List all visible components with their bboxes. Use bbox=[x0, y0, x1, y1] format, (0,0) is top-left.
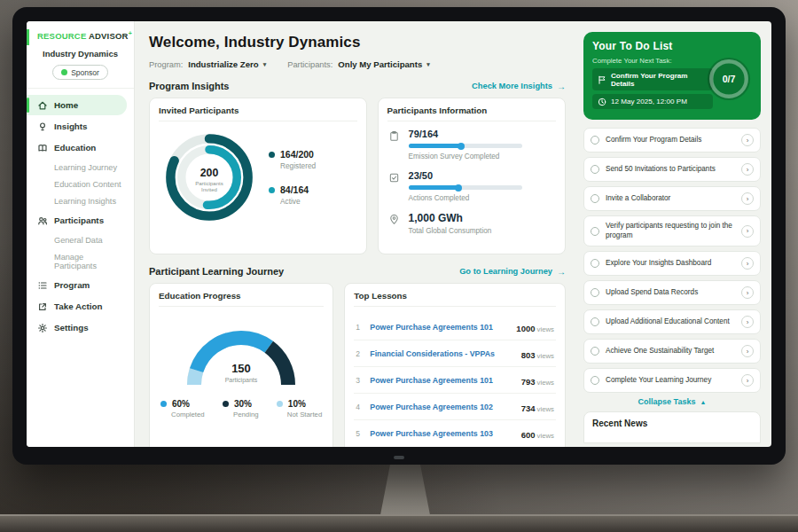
todo-next-task[interactable]: Confirm Your Program Details bbox=[592, 68, 713, 90]
sidebar-item-program[interactable]: Program bbox=[27, 275, 127, 295]
task-checkbox[interactable] bbox=[591, 259, 599, 268]
svg-text:0/7: 0/7 bbox=[723, 74, 736, 84]
learning-journey-header: Participant Learning Journey Go to Learn… bbox=[149, 266, 566, 277]
metric-global-consumption: 1,000 GWh Total Global Consumption bbox=[387, 212, 556, 235]
task-row-upload-spend-data[interactable]: Upload Spend Data Records › bbox=[583, 280, 761, 305]
task-chevron-icon[interactable]: › bbox=[741, 316, 754, 328]
sidebar-item-settings[interactable]: Settings bbox=[27, 317, 127, 338]
recent-news-title: Recent News bbox=[592, 419, 752, 428]
svg-text:200: 200 bbox=[200, 167, 219, 179]
sidebar-item-home[interactable]: Home bbox=[27, 95, 127, 115]
legend-registered: 164/200 Registered bbox=[269, 149, 316, 170]
lesson-row[interactable]: 4 Power Purchase Agreements 102 734views bbox=[354, 394, 556, 420]
svg-text:Participants: Participants bbox=[195, 181, 223, 186]
sidebar-item-label: Participants bbox=[54, 215, 104, 225]
task-row-upload-educational-content[interactable]: Upload Additional Educational Content › bbox=[583, 309, 761, 334]
lesson-row[interactable]: 2 Financial Considerations - VPPAs 803vi… bbox=[354, 340, 556, 367]
metric-emission-survey: 79/164 Emission Survey Completed bbox=[387, 129, 556, 160]
task-checkbox[interactable] bbox=[591, 288, 599, 297]
task-checkbox[interactable] bbox=[591, 347, 599, 356]
task-chevron-icon[interactable]: › bbox=[741, 345, 754, 357]
legend-dot bbox=[277, 401, 283, 407]
participants-filter-dropdown[interactable]: Only My Participants ▾ bbox=[338, 59, 429, 69]
logo-text-primary: RESOURCE bbox=[37, 31, 86, 41]
card-title: Participants Information bbox=[387, 106, 556, 121]
sidebar-item-participants[interactable]: Participants bbox=[27, 210, 127, 231]
lesson-link[interactable]: Power Purchase Agreements 102 bbox=[370, 403, 514, 411]
sidebar-item-manage-participants[interactable]: Manage Participants bbox=[27, 248, 134, 274]
lesson-row[interactable]: 3 Power Purchase Agreements 101 793views bbox=[354, 367, 556, 394]
svg-text:Invited: Invited bbox=[201, 187, 217, 192]
lesson-link[interactable]: Power Purchase Agreements 101 bbox=[370, 376, 514, 385]
card-title: Education Progress bbox=[159, 291, 324, 307]
clock-icon bbox=[598, 98, 606, 106]
recent-news-card: Recent News bbox=[583, 411, 761, 443]
lesson-link[interactable]: Financial Considerations - VPPAs bbox=[370, 349, 514, 358]
sidebar-item-education[interactable]: Education bbox=[27, 137, 127, 158]
sidebar-item-education-content[interactable]: Education Content bbox=[27, 176, 134, 192]
survey-icon bbox=[387, 129, 402, 142]
program-filter-dropdown[interactable]: Industrialize Zero ▾ bbox=[188, 59, 266, 69]
collapse-tasks-button[interactable]: Collapse Tasks ▲ bbox=[583, 397, 761, 406]
lesson-row[interactable]: 5 Power Purchase Agreements 103 600views bbox=[354, 420, 556, 446]
task-chevron-icon[interactable]: › bbox=[741, 192, 754, 205]
chevron-down-icon: ▾ bbox=[263, 61, 267, 68]
arrow-right-icon: → bbox=[557, 82, 566, 91]
sidebar-item-label: Program bbox=[54, 280, 90, 290]
sidebar-item-learning-journey[interactable]: Learning Journey bbox=[27, 159, 134, 176]
legend-dot bbox=[269, 152, 275, 158]
top-lessons-card: Top Lessons 1 Power Purchase Agreements … bbox=[344, 283, 566, 447]
section-title-program-insights: Program Insights bbox=[149, 81, 229, 91]
sidebar-item-label: Take Action bbox=[54, 301, 102, 311]
education-legend: 60% Completed 30% Pending bbox=[159, 392, 324, 419]
chevron-down-icon: ▾ bbox=[426, 61, 430, 68]
todo-panel: Your To Do List Complete Your Next Task:… bbox=[576, 21, 771, 447]
task-checkbox[interactable] bbox=[591, 165, 599, 174]
task-row-invite-collaborator[interactable]: Invite a Collaborator › bbox=[583, 186, 761, 211]
task-checkbox[interactable] bbox=[591, 227, 599, 236]
task-row-verify-participants[interactable]: Verify participants requesting to join t… bbox=[583, 215, 761, 246]
task-checkbox[interactable] bbox=[591, 194, 599, 203]
task-chevron-icon[interactable]: › bbox=[741, 163, 754, 176]
task-chevron-icon[interactable]: › bbox=[741, 374, 754, 387]
sidebar-item-insights[interactable]: Insights bbox=[27, 116, 127, 137]
insights-cards-row: Invited Participants 200 Participants In… bbox=[149, 98, 566, 254]
task-chevron-icon[interactable]: › bbox=[741, 225, 754, 238]
task-row-confirm-program[interactable]: Confirm Your Program Details › bbox=[583, 128, 761, 153]
sidebar-item-learning-insights[interactable]: Learning Insights bbox=[27, 192, 134, 209]
task-chevron-icon[interactable]: › bbox=[741, 257, 754, 270]
lesson-link[interactable]: Power Purchase Agreements 101 bbox=[370, 323, 510, 332]
check-more-insights-link[interactable]: Check More Insights → bbox=[472, 82, 566, 91]
filters-row: Program: Industrialize Zero ▾ Participan… bbox=[149, 59, 566, 69]
legend-not-started: 10% Not Started bbox=[277, 399, 322, 419]
sidebar-item-general-data[interactable]: General Data bbox=[27, 231, 134, 248]
task-row-complete-learning-journey[interactable]: Complete Your Learning Journey › bbox=[583, 368, 761, 393]
task-checkbox[interactable] bbox=[591, 317, 599, 326]
task-row-send-invitations[interactable]: Send 50 Invitations to Participants › bbox=[583, 157, 761, 182]
card-title: Invited Participants bbox=[159, 106, 357, 121]
task-list: Confirm Your Program Details › Send 50 I… bbox=[583, 128, 761, 393]
desk-surface bbox=[0, 514, 798, 532]
invited-participants-card: Invited Participants 200 Participants In… bbox=[149, 98, 367, 254]
todo-progress-ring: 0/7 bbox=[705, 55, 753, 103]
lesson-row[interactable]: 1 Power Purchase Agreements 101 1000view… bbox=[354, 314, 556, 340]
app-logo: RESOURCE ADVISOR+ bbox=[27, 29, 134, 45]
sponsor-badge[interactable]: Sponsor bbox=[52, 65, 108, 80]
go-to-learning-journey-link[interactable]: Go to Learning Journey → bbox=[459, 267, 566, 277]
sidebar-nav: Home Insights Education bbox=[27, 89, 134, 338]
book-icon bbox=[37, 143, 48, 153]
task-chevron-icon[interactable]: › bbox=[741, 134, 754, 146]
sidebar-item-take-action[interactable]: Take Action bbox=[27, 296, 127, 317]
sponsor-label: Sponsor bbox=[71, 68, 99, 77]
svg-text:Participants: Participants bbox=[225, 377, 258, 384]
sidebar: RESOURCE ADVISOR+ Industry Dynamics Spon… bbox=[27, 21, 135, 447]
invited-legend: 164/200 Registered 84/164 Active bbox=[269, 149, 316, 206]
task-row-explore-insights[interactable]: Explore Your Insights Dashboard › bbox=[583, 251, 761, 276]
lesson-link[interactable]: Power Purchase Agreements 103 bbox=[370, 429, 514, 438]
education-progress-card: Education Progress 150 Participants bbox=[149, 283, 333, 447]
task-checkbox[interactable] bbox=[591, 136, 599, 145]
list-icon bbox=[37, 280, 48, 291]
task-chevron-icon[interactable]: › bbox=[741, 286, 754, 299]
task-checkbox[interactable] bbox=[591, 376, 599, 385]
task-row-achieve-target[interactable]: Achieve One Sustainability Target › bbox=[583, 339, 761, 364]
